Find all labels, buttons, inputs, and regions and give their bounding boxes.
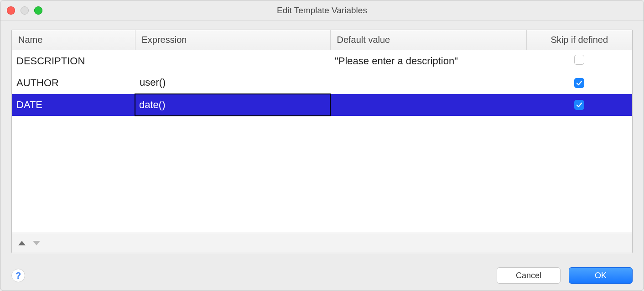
- cell-expression[interactable]: date(): [135, 94, 330, 116]
- table-header-row: Name Expression Default value Skip if de…: [12, 30, 632, 50]
- dialog-footer: ? Cancel OK: [0, 260, 644, 291]
- cell-name[interactable]: AUTHOR: [12, 72, 135, 94]
- cell-name[interactable]: DESCRIPTION: [12, 50, 135, 72]
- reorder-toolbar: [12, 233, 632, 253]
- checkbox[interactable]: [574, 78, 584, 88]
- table-row[interactable]: AUTHORuser(): [12, 72, 632, 94]
- dialog-window: Edit Template Variables Name Expression …: [0, 0, 644, 291]
- table-body: DESCRIPTION"Please enter a description"A…: [12, 50, 632, 116]
- variables-table: Name Expression Default value Skip if de…: [12, 30, 632, 116]
- titlebar: Edit Template Variables: [0, 0, 644, 21]
- col-name[interactable]: Name: [12, 30, 135, 50]
- window-title: Edit Template Variables: [0, 5, 644, 16]
- cell-expression[interactable]: [135, 50, 330, 72]
- move-down-icon[interactable]: [33, 241, 40, 245]
- checkbox[interactable]: [574, 55, 584, 65]
- cell-skip-if-defined[interactable]: [526, 94, 632, 116]
- cancel-button[interactable]: Cancel: [497, 267, 561, 284]
- ok-button[interactable]: OK: [569, 267, 633, 284]
- cell-default-value[interactable]: [330, 72, 526, 94]
- table-empty-area[interactable]: [12, 116, 632, 233]
- table-row[interactable]: DESCRIPTION"Please enter a description": [12, 50, 632, 72]
- cell-name[interactable]: DATE: [12, 94, 135, 116]
- col-expression[interactable]: Expression: [135, 30, 330, 50]
- table-row[interactable]: DATEdate(): [12, 94, 632, 116]
- cell-default-value[interactable]: [330, 94, 526, 116]
- cell-skip-if-defined[interactable]: [526, 72, 632, 94]
- variables-table-wrap: Name Expression Default value Skip if de…: [11, 30, 633, 253]
- dialog-content: Name Expression Default value Skip if de…: [0, 21, 644, 260]
- move-up-icon[interactable]: [18, 241, 26, 245]
- cell-skip-if-defined[interactable]: [526, 50, 632, 72]
- cell-default-value[interactable]: "Please enter a description": [330, 50, 526, 72]
- cell-expression[interactable]: user(): [135, 72, 330, 94]
- help-button[interactable]: ?: [11, 269, 25, 282]
- checkbox[interactable]: [574, 100, 584, 110]
- col-skip-if-defined[interactable]: Skip if defined: [526, 30, 632, 50]
- col-default-value[interactable]: Default value: [330, 30, 526, 50]
